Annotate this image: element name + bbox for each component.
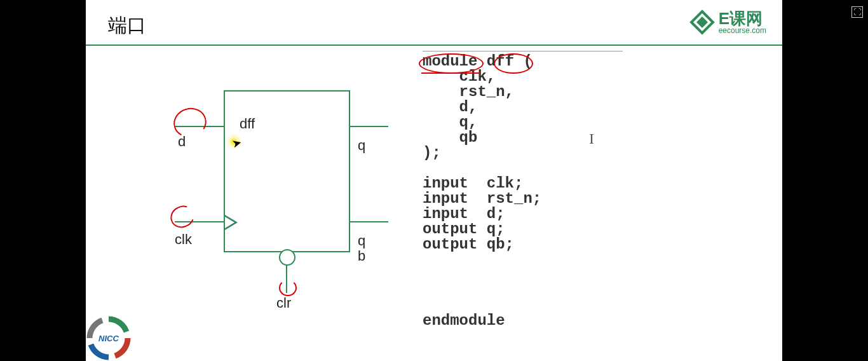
- red-circle-clk: [167, 202, 198, 232]
- red-circle-d: [170, 104, 210, 141]
- red-circle-module: [419, 53, 484, 74]
- slide: 端口 E课网 eecourse.com dff d clk q q b: [86, 0, 782, 361]
- wire-qb: [349, 221, 388, 222]
- wire-q: [349, 126, 388, 127]
- port-label-qb-top: q: [358, 233, 365, 249]
- clock-triangle-icon: [225, 215, 238, 230]
- verilog-code: module dff ( clk, rst_n, d, q, qb ); inp…: [423, 54, 541, 329]
- logo-icon: [689, 10, 715, 35]
- nicc-logo: NICC: [86, 315, 132, 361]
- logo-text-url: eecourse.com: [719, 27, 766, 34]
- text-cursor-icon: I: [589, 130, 594, 147]
- inverter-bubble-icon: [279, 249, 295, 266]
- dff-diagram: dff d clk q q b clr ➤: [124, 76, 403, 343]
- red-circle-dff: [494, 53, 533, 74]
- logo-text-cn: E课网: [719, 10, 766, 27]
- red-circle-clr: [279, 280, 297, 296]
- svg-text:NICC: NICC: [98, 334, 119, 343]
- code-top-rule: [423, 51, 623, 51]
- brand-logo: E课网 eecourse.com: [689, 10, 766, 35]
- page-title: 端口: [108, 13, 146, 39]
- port-label-q: q: [358, 137, 365, 154]
- dff-box: [224, 90, 350, 252]
- red-underline-module: [421, 72, 480, 74]
- fullscreen-icon[interactable]: ⛶: [851, 6, 863, 18]
- port-label-clr: clr: [276, 295, 291, 311]
- port-label-qb-bottom: b: [358, 248, 365, 264]
- port-label-clk: clk: [175, 231, 192, 248]
- title-divider: [86, 44, 782, 46]
- dff-box-label: dff: [240, 116, 255, 132]
- svg-marker-1: [696, 17, 708, 28]
